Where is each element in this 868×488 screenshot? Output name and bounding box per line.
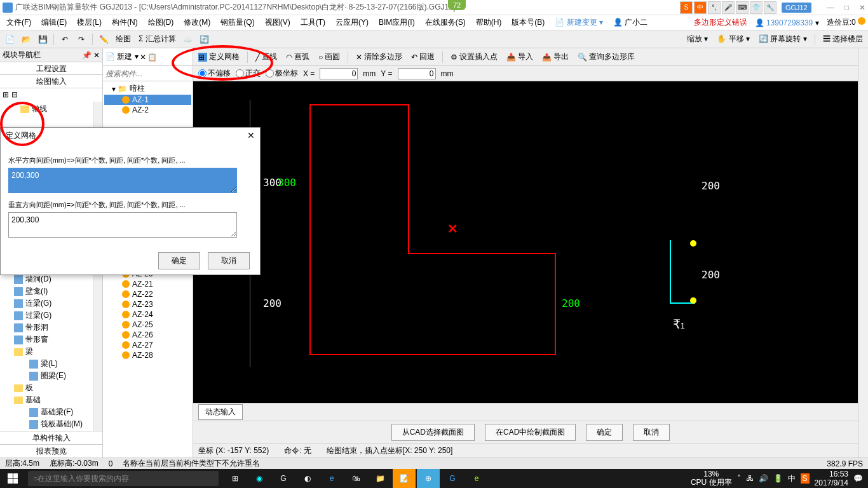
ime-kbd-icon[interactable]: ⌨ [736,1,749,14]
menu-cloud[interactable]: 云应用(Y) [332,16,372,29]
ime-zhong-icon[interactable]: 中 [694,1,707,14]
dynamic-input-button[interactable]: 动态输入 [198,404,243,420]
tree-item[interactable]: 基础 [1,394,101,406]
task-app-2[interactable]: G [272,469,295,488]
tree-item[interactable]: 带形洞 [1,322,101,334]
tray-volume-icon[interactable]: 🔊 [759,474,768,483]
tree-item[interactable]: 梁(L) [1,358,101,370]
dialog-close-button[interactable]: ✕ [247,130,255,140]
dialog-ok-button[interactable]: 确定 [158,252,200,269]
component-item[interactable]: AZ-26 [104,330,191,340]
h-spacing-input[interactable]: 200,300 [8,168,237,193]
x-input[interactable] [320,68,358,79]
component-item[interactable]: AZ-25 [104,320,191,330]
coin-label[interactable]: 造价豆:0 [827,17,865,28]
task-app-7[interactable]: e [465,469,488,488]
task-app-4[interactable]: 📝 [393,469,416,488]
phone-label[interactable]: 👤 13907298339 ▾ [755,18,819,27]
draw-label[interactable]: 绘图 [113,34,133,44]
minimize-button[interactable]: — [827,3,834,12]
clear-button[interactable]: ✕ 清除多边形 [353,50,405,64]
tab-single-input[interactable]: 单构件输入 [0,431,103,445]
radio-polar[interactable]: 极坐标 [266,68,298,79]
dialog-cancel-button[interactable]: 取消 [208,252,250,269]
tree-axis[interactable]: 轴线 [1,103,101,115]
right-scrollbar[interactable] [858,48,868,458]
tab-draw-input[interactable]: 绘图输入 [0,74,103,88]
copy-icon[interactable]: 📋 [147,53,157,62]
cancel-button[interactable]: 取消 [633,424,670,441]
ime-tool-icon[interactable]: 🔧 [764,1,776,14]
search-input[interactable] [103,66,193,81]
component-item[interactable]: AZ-21 [104,279,191,289]
tree-item[interactable]: 连梁(G) [1,297,101,309]
ime-s-icon[interactable]: S [680,1,693,14]
new-component-button[interactable]: 📄 新建 ▾ [105,51,139,62]
task-app-1[interactable]: ◉ [248,469,271,488]
tree-item[interactable]: 板 [1,382,101,394]
back-button[interactable]: ↶ 回退 [409,50,437,64]
pin-icon[interactable]: 📌 ✕ [82,51,100,60]
start-button[interactable] [0,469,25,488]
tree-item[interactable]: 筏板基础(M) [1,418,101,430]
new-change-button[interactable]: 📄 新建变更 ▾ [551,16,607,29]
circle-button[interactable]: ○ 画圆 [316,50,342,64]
task-app-6[interactable]: G [441,469,464,488]
task-explorer-icon[interactable]: 📁 [369,469,391,488]
menu-online[interactable]: 在线服务(S) [421,16,470,29]
tree-item[interactable]: 壁龛(I) [1,285,101,297]
tray-ime-icon[interactable]: 中 [788,473,796,484]
delete-icon[interactable]: ✕ [140,53,146,62]
collapse-icon[interactable]: ⊟ [11,90,18,99]
menu-view[interactable]: 视图(V) [261,16,294,29]
from-cad-button[interactable]: 从CAD选择截面图 [391,424,475,441]
export-button[interactable]: 📤 导出 [539,50,571,64]
menu-tool[interactable]: 工具(T) [297,16,329,29]
query-button[interactable]: 🔍 查询多边形库 [575,50,637,64]
menu-help[interactable]: 帮助(H) [472,16,506,29]
rotate-button[interactable]: 🔄 屏幕旋转 ▾ [756,34,810,44]
component-item[interactable]: AZ-22 [104,289,191,299]
cloud-check-icon[interactable]: ☁️ [181,32,195,46]
v-spacing-input[interactable]: 200,300 [8,212,237,238]
ime-skin-icon[interactable]: 👕 [750,1,763,14]
tree-item[interactable]: 过梁(G) [1,309,101,322]
line-button[interactable]: ╱ 直线 [253,50,280,64]
task-app-3[interactable]: ◐ [296,469,319,488]
comp-root[interactable]: ▾ 📁 暗柱 [104,83,191,95]
close-button[interactable]: ✕ [859,3,865,12]
tray-clock[interactable]: 16:532017/9/14 [815,470,848,488]
tab-project-settings[interactable]: 工程设置 [0,62,103,76]
tree-item[interactable]: 梁 [1,346,101,358]
in-cad-button[interactable]: 在CAD中绘制截面图 [485,424,576,441]
task-store-icon[interactable]: 🛍 [344,469,367,488]
task-app-5[interactable]: ⊕ [417,469,440,488]
new-file-icon[interactable]: 📄 [3,32,17,46]
component-item[interactable]: AZ-28 [104,350,191,360]
menu-file[interactable]: 文件(F) [3,16,35,29]
tree-item[interactable]: 带形窗 [1,334,101,346]
component-item[interactable]: AZ-2 [104,105,191,115]
arc-button[interactable]: ◠ 画弧 [283,50,312,64]
radio-no-offset[interactable]: 不偏移 [198,68,231,79]
menu-component[interactable]: 构件(N) [108,16,142,29]
user-label[interactable]: 👤 广小二 [609,16,651,29]
component-item[interactable]: AZ-27 [104,340,191,350]
tray-battery-icon[interactable]: 🔋 [773,474,783,483]
open-file-icon[interactable]: 📂 [19,32,33,46]
tray-s-icon[interactable]: S [801,473,810,484]
menu-bim[interactable]: BIM应用(I) [375,16,419,29]
zoom-button[interactable]: 缩放 ▾ [684,34,710,44]
ime-mic-icon[interactable]: 🎤 [722,1,735,14]
sum-label[interactable]: Σ 汇总计算 [136,34,179,44]
ok-button[interactable]: 确定 [586,424,623,441]
save-file-icon[interactable]: 💾 [36,32,50,46]
component-item[interactable]: AZ-1 [104,95,191,105]
tray-up-icon[interactable]: ˄ [737,474,741,483]
tree-item[interactable]: 圈梁(E) [1,370,101,382]
expand-icon[interactable]: ⊞ [3,90,9,99]
draw-icon[interactable]: ✏️ [97,32,111,46]
cpu-meter[interactable]: 13%CPU 使用率 [691,470,732,487]
menu-draw[interactable]: 绘图(D) [144,16,178,29]
tray-network-icon[interactable]: 🖧 [746,474,754,483]
